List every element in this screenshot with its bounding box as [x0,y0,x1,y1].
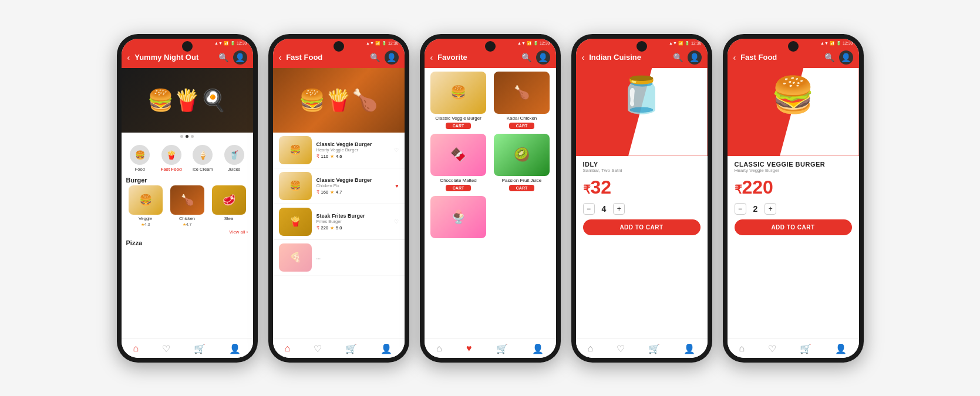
title-3: Favorite [437,53,516,62]
qty-row-4: − 4 + [583,203,701,215]
cat-fastfood[interactable]: 🍟 Fast Food [157,145,186,172]
cart-btn-juice[interactable]: CART [509,185,534,191]
fav-name-juice: Passion Fruit Juice [502,178,542,183]
add-to-cart-5[interactable]: ADD TO CART [735,219,852,235]
nav-profile-2[interactable]: 👤 [380,343,392,354]
list-img-4: 🍕 [279,243,312,272]
fav-item-extra[interactable]: 🍨 [429,196,488,240]
nav-profile-3[interactable]: 👤 [532,343,544,354]
back-btn-3[interactable]: ‹ [430,53,433,62]
favorites-container: 🍔 Classic Veggie Burger CART 🍗 Kadai Chi… [425,68,556,338]
list-info-2: Classic Veggie Burger Chicken Fix ₹ 160 … [316,177,391,195]
list-item-1[interactable]: 🍔 Classic Veggie Burger Hearty Veggie Bu… [273,133,405,168]
cart-btn-burger[interactable]: CART [446,123,471,129]
notch-3 [485,41,496,52]
nav-cart-4[interactable]: 🛒 [648,343,660,354]
nav-profile-5[interactable]: 👤 [835,343,847,354]
price-display-4: ₹ 32 [583,177,701,198]
list-item-2[interactable]: 🍔 Classic Veggie Burger Chicken Fix ₹ 16… [273,168,405,204]
search-icon-5[interactable]: 🔍 [824,53,834,62]
burger-name-veggie: Veggie [139,216,152,221]
fav-item-burger[interactable]: 🍔 Classic Veggie Burger CART [429,72,488,129]
heart-1[interactable]: ♡ [394,147,399,153]
price-1: 110 [321,154,329,159]
qty-plus-4[interactable]: + [613,203,625,215]
burger-veggie[interactable]: 🍔 Veggie ★4.3 [126,185,165,227]
search-icon-4[interactable]: 🔍 [673,53,683,62]
fav-item-chicken[interactable]: 🍗 Kadai Chicken CART [493,72,551,129]
avatar-3: 👤 [536,50,550,65]
search-icon-2[interactable]: 🔍 [370,53,380,62]
cart-btn-choc[interactable]: CART [446,185,471,191]
nav-heart-5[interactable]: ♡ [768,343,776,354]
nav-cart-2[interactable]: 🛒 [345,343,357,354]
hero-2: 🍔🍟🍗 [273,68,405,133]
title-1: Yummy Night Out [134,53,213,62]
fav-item-juice[interactable]: 🥝 Passion Fruit Juice CART [493,134,551,191]
qty-plus-5[interactable]: + [765,203,776,215]
nav-cart-5[interactable]: 🛒 [800,343,811,354]
nav-home-3[interactable]: ⌂ [436,343,442,354]
qty-num-5: 2 [753,204,758,214]
back-btn-5[interactable]: ‹ [733,53,736,62]
title-2: Fast Food [286,53,365,62]
dots-1 [122,133,253,140]
bottom-nav-4: ⌂ ♡ 🛒 👤 [576,338,708,358]
bottom-nav-2: ⌂ ♡ 🛒 👤 [273,338,405,358]
title-4: Indian Cuisine [589,53,668,62]
avatar-4: 👤 [688,50,702,65]
nav-home-2[interactable]: ⌂ [285,343,291,354]
burger-name-chicken: Chicken [179,216,195,221]
search-icon-1[interactable]: 🔍 [218,53,228,62]
list-name-4: ... [316,255,399,260]
fav-grid: 🍔 Classic Veggie Burger CART 🍗 Kadai Chi… [429,72,551,240]
cat-img-food: 🍔 [130,145,150,165]
qty-minus-4[interactable]: − [583,203,595,215]
phones-container: ▲▼📶🔋 12:30 ‹ Yummy Night Out 🔍 👤 🍔🍟🍳 [117,34,864,363]
cat-juices[interactable]: 🥤 Juices [220,145,248,172]
back-btn-4[interactable]: ‹ [582,53,585,62]
burger-rating-chicken: ★4.7 [183,222,192,227]
fav-item-choc[interactable]: 🍫 Chocolate Malted CART [429,134,488,191]
list-sub-1: Hearty Veggie Burger [316,147,389,153]
nav-home-1[interactable]: ⌂ [133,343,139,354]
qty-minus-5[interactable]: − [735,203,746,215]
avatar-5: 👤 [839,50,853,65]
notch-4 [637,41,647,52]
nav-profile-1[interactable]: 👤 [229,343,241,354]
back-btn-2[interactable]: ‹ [279,53,282,62]
cat-food[interactable]: 🍔 Food [126,145,154,172]
cat-label-icecream: Ice Cream [193,167,213,172]
heart-3[interactable]: ♡ [394,219,399,225]
nav-profile-4[interactable]: 👤 [683,343,695,354]
nav-home-4[interactable]: ⌂ [588,343,594,354]
list-item-3[interactable]: 🍟 Steak Frites Burger Frites Burger ₹ 22… [273,204,405,240]
back-btn-1[interactable]: ‹ [127,53,130,62]
burger-steak[interactable]: 🥩 Stea [210,185,248,227]
detail-hero-5: 🍔 [728,68,859,156]
list-item-4[interactable]: 🍕 ... [273,240,405,276]
nav-heart-2[interactable]: ♡ [314,343,322,354]
food-emoji-4: 🫙 [619,74,664,116]
heart-2[interactable]: ♥ [395,183,398,189]
time-2: 12:30 [388,41,399,45]
search-icon-3[interactable]: 🔍 [521,53,531,62]
phone-5: ▲▼📶🔋 12:30 ‹ Fast Food 🔍 👤 🍔 CLASS [723,34,864,363]
list-info-3: Steak Frites Burger Frites Burger ₹ 220 … [316,213,389,231]
rating-row-1: ₹ 110 ★ 4.6 [316,154,389,159]
nav-heart-4[interactable]: ♡ [617,343,625,354]
avatar-1: 👤 [233,50,247,65]
nav-cart-1[interactable]: 🛒 [194,343,206,354]
price-2: 160 [321,189,329,195]
nav-cart-3[interactable]: 🛒 [496,343,508,354]
cat-icecream[interactable]: 🍦 Ice Cream [189,145,217,172]
notch-2 [334,41,344,52]
fav-img-juice: 🥝 [494,134,550,176]
add-to-cart-4[interactable]: ADD TO CART [583,219,701,235]
nav-home-5[interactable]: ⌂ [739,343,745,354]
view-all-1[interactable]: View all › [122,229,253,237]
burger-chicken[interactable]: 🍗 Chicken ★4.7 [168,185,207,227]
cart-btn-chicken[interactable]: CART [509,123,534,129]
nav-heart-3[interactable]: ♥ [466,343,472,354]
nav-heart-1[interactable]: ♡ [162,343,170,354]
